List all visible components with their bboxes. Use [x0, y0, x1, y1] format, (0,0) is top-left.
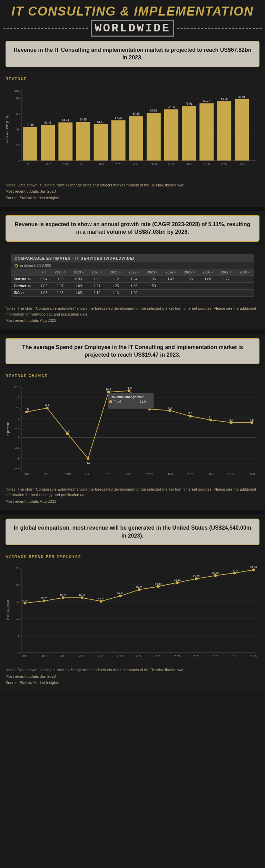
cell: 0.95 — [51, 276, 69, 283]
svg-rect-41 — [182, 106, 196, 160]
svg-text:2019: 2019 — [65, 473, 71, 476]
svg-text:20.62: 20.62 — [174, 578, 180, 581]
svg-text:2026: 2026 — [204, 163, 210, 166]
estimates-table: 7 ÷ 2018 ÷ 2019 ÷ 2020 ÷ 2021 ÷ 2022 ÷ 2… — [11, 269, 254, 297]
cell — [198, 283, 217, 290]
svg-text:7.5: 7.5 — [15, 406, 20, 410]
svg-text:-5.0: -5.0 — [86, 462, 91, 465]
avg-spend-chart: in (US$)(US$) 0 5 10 15 20 25 — [6, 561, 259, 659]
avg-spend-label: AVERAGE SPEND PER EMPLOYEE — [6, 555, 259, 559]
table-subheader: in trillion USD (US$) — [11, 262, 254, 269]
col-2021: 2021 ÷ — [106, 269, 125, 276]
svg-text:6.0: 6.0 — [25, 408, 29, 411]
main-title: IT CONSULTING & IMPLEMENTATION — [3, 4, 262, 19]
cell — [143, 290, 162, 297]
svg-text:20: 20 — [16, 143, 20, 147]
svg-text:2021: 2021 — [117, 655, 124, 658]
svg-text:18.51: 18.51 — [136, 586, 143, 589]
col-2023: 2023 ÷ — [143, 269, 162, 276]
note2-line1: Notes: The chart "Comparable Estimates" … — [6, 306, 259, 317]
svg-text:87.03: 87.03 — [238, 95, 246, 98]
svg-text:2028: 2028 — [251, 655, 257, 658]
svg-text:2026: 2026 — [212, 655, 219, 658]
svg-text:60: 60 — [16, 112, 20, 116]
svg-text:Revenue Change 2022: Revenue Change 2022 — [111, 396, 145, 399]
cell: 1.24 — [125, 276, 143, 283]
cell: 1.50 — [143, 283, 162, 290]
section3-notes: Notes: The chart "Comparable Estimates" … — [0, 484, 265, 511]
svg-text:2025: 2025 — [187, 473, 194, 476]
note1-line1: Notes: Data shown is using current excha… — [6, 182, 259, 188]
svg-text:2020: 2020 — [98, 655, 105, 658]
note4-line3: Source: Statista Market Insights — [6, 680, 259, 686]
note2-line2: Most recent update: Aug 2023 — [6, 318, 259, 324]
svg-text:10.7: 10.7 — [106, 388, 111, 391]
svg-point-80 — [168, 409, 171, 412]
cell: 0.93 — [69, 276, 88, 283]
svg-rect-35 — [147, 113, 161, 161]
comparable-table: COMPARABLE ESTIMATES - IT SERVICES (WORL… — [11, 254, 254, 297]
cell: 1.03 — [88, 276, 106, 283]
cell: 1.47 — [161, 276, 180, 283]
svg-text:16.12: 16.12 — [79, 594, 85, 597]
cell: 1.20 — [125, 290, 143, 297]
cell: 1.02 — [37, 283, 51, 290]
svg-text:6.3: 6.3 — [168, 406, 172, 409]
subtitle-wrap: WORLDWIDE — [3, 20, 262, 37]
svg-text:15.26: 15.26 — [41, 597, 47, 600]
section4-text: In global comparison, most revenue will … — [13, 524, 252, 540]
svg-text:19.47: 19.47 — [155, 582, 161, 585]
svg-text:20: 20 — [16, 583, 20, 587]
cell: 1.07 — [51, 283, 69, 290]
note3-line1: Notes: The chart "Comparable Estimates" … — [6, 486, 259, 498]
note3-line2: Most recent update: Aug 2023 — [6, 499, 259, 504]
avg-spend-chart-container: AVERAGE SPEND PER EMPLOYEE in (US$)(US$)… — [0, 549, 265, 664]
svg-text:40: 40 — [16, 128, 20, 131]
svg-text:5.0: 5.0 — [188, 412, 193, 415]
svg-text:-2.5: -2.5 — [14, 446, 20, 450]
svg-rect-44 — [199, 103, 214, 161]
title-amp: & — [116, 4, 134, 18]
cell — [217, 290, 236, 297]
table-row: Statista 30 0.94 0.95 0.93 1.03 1.12 1.2… — [11, 276, 254, 283]
svg-text:57.02: 57.02 — [115, 116, 122, 119]
svg-text:2024: 2024 — [167, 473, 173, 476]
svg-text:2019: 2019 — [79, 655, 86, 658]
section3-text: The average Spend per Employee in the IT… — [13, 344, 252, 359]
cell: 1.10 — [88, 290, 106, 297]
separator1 — [0, 207, 265, 211]
svg-text:72.36: 72.36 — [168, 105, 175, 108]
svg-text:15: 15 — [16, 600, 20, 604]
svg-point-133 — [119, 595, 121, 597]
svg-text:11.0: 11.0 — [139, 400, 146, 404]
svg-text:in (US$)(US$): in (US$)(US$) — [6, 600, 10, 620]
col-2027: 2027 ÷ — [217, 269, 236, 276]
cell: 1.12 — [106, 276, 125, 283]
svg-text:80: 80 — [16, 97, 20, 100]
svg-text:51.50: 51.50 — [97, 120, 105, 123]
cell: 1.21 — [88, 283, 106, 290]
col-2020: 2020 ÷ — [88, 269, 106, 276]
col-id: 7 ÷ — [37, 269, 51, 276]
svg-text:in billion USD (US$): in billion USD (US$) — [6, 115, 9, 143]
svg-point-77 — [107, 391, 110, 394]
page-header: IT CONSULTING & IMPLEMENTATION WORLDWIDE — [0, 0, 265, 37]
svg-rect-38 — [164, 109, 178, 160]
svg-text:2.5: 2.5 — [15, 428, 20, 431]
section-revenue: Revenue in the IT Consulting and impleme… — [0, 41, 265, 207]
svg-text:2017: 2017 — [45, 163, 51, 166]
svg-text:16.15: 16.15 — [60, 594, 66, 597]
section1-text: Revenue in the IT Consulting and impleme… — [13, 46, 252, 62]
section2-text: Revenue is expected to show an annual gr… — [13, 221, 252, 236]
svg-text:67.82: 67.82 — [150, 109, 157, 112]
section2-notes: Notes: The chart "Comparable Estimates" … — [0, 303, 265, 330]
col-2028: 2028 ÷ — [235, 269, 254, 276]
svg-text:3.5: 3.5 — [250, 418, 254, 422]
svg-text:2023: 2023 — [146, 473, 153, 476]
cell: 1.08 — [51, 290, 69, 297]
revenue-change-chart-container: REVENUE CHANGE in percent 12.5 10 7.5 5 … — [0, 368, 265, 483]
svg-point-139 — [233, 572, 236, 575]
cell: 0.94 — [37, 276, 51, 283]
svg-text:2025: 2025 — [193, 655, 200, 658]
svg-text:0: 0 — [18, 159, 20, 162]
